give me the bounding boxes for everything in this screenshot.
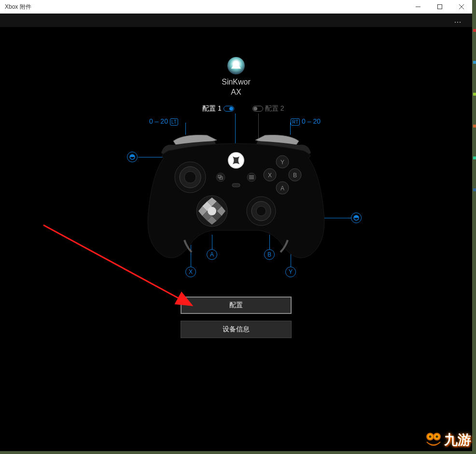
svg-point-8 bbox=[216, 173, 225, 182]
close-button[interactable] bbox=[450, 0, 472, 14]
lt-icon: LT bbox=[170, 118, 178, 126]
config1-label: 配置 1 bbox=[202, 104, 222, 112]
toggle-off-icon bbox=[252, 106, 263, 112]
toggle-on-icon bbox=[224, 106, 234, 112]
configure-button[interactable]: 配置 bbox=[181, 297, 292, 314]
desktop-edge bbox=[473, 29, 476, 220]
username-label: SinKwor AX bbox=[222, 77, 251, 98]
right-stick-icon bbox=[351, 213, 362, 223]
avatar[interactable] bbox=[227, 57, 245, 74]
config1-toggle[interactable]: 配置 1 bbox=[202, 104, 234, 113]
device-info-button[interactable]: 设备信息 bbox=[181, 321, 292, 338]
watermark-text: 九游 bbox=[444, 431, 471, 449]
rt-icon: RT bbox=[291, 118, 300, 126]
watermark: 九游 bbox=[425, 431, 471, 449]
svg-point-18 bbox=[184, 171, 196, 183]
svg-point-45 bbox=[436, 436, 438, 438]
controller-image: Y X B A bbox=[144, 131, 328, 267]
svg-point-36 bbox=[208, 207, 216, 215]
y-button-label: Y bbox=[285, 267, 296, 277]
lt-range-label: 0 – 20 LT bbox=[149, 117, 178, 126]
maximize-button[interactable] bbox=[429, 0, 450, 14]
username-line2: AX bbox=[231, 88, 241, 96]
rt-range-label: RT 0 – 20 bbox=[291, 117, 321, 126]
x-button-label: X bbox=[185, 267, 196, 277]
svg-point-44 bbox=[429, 436, 432, 438]
main-content: SinKwor AX 配置 1 配置 2 0 – 20 LT RT 0 – 20 bbox=[0, 27, 472, 451]
controller-diagram: 配置 1 配置 2 0 – 20 LT RT 0 – 20 bbox=[106, 101, 366, 275]
window-title: Xbox 附件 bbox=[5, 3, 407, 11]
minimize-button[interactable] bbox=[407, 0, 429, 14]
left-stick-icon bbox=[127, 152, 138, 162]
app-window: Xbox 附件 … SinKwor AX 配置 1 配 bbox=[0, 0, 472, 451]
svg-text:X: X bbox=[268, 172, 272, 179]
watermark-icon bbox=[425, 432, 442, 448]
titlebar: Xbox 附件 bbox=[0, 0, 472, 14]
ellipsis-icon: … bbox=[454, 16, 462, 25]
config2-toggle[interactable]: 配置 2 bbox=[252, 104, 284, 113]
more-menu-button[interactable]: … bbox=[0, 14, 472, 27]
svg-text:A: A bbox=[280, 185, 284, 192]
svg-text:Y: Y bbox=[280, 159, 284, 166]
config2-label: 配置 2 bbox=[265, 104, 284, 112]
username-line1: SinKwor bbox=[222, 78, 251, 86]
svg-text:B: B bbox=[293, 172, 297, 179]
svg-point-39 bbox=[256, 206, 266, 216]
svg-rect-15 bbox=[232, 184, 240, 187]
svg-rect-1 bbox=[437, 5, 442, 9]
